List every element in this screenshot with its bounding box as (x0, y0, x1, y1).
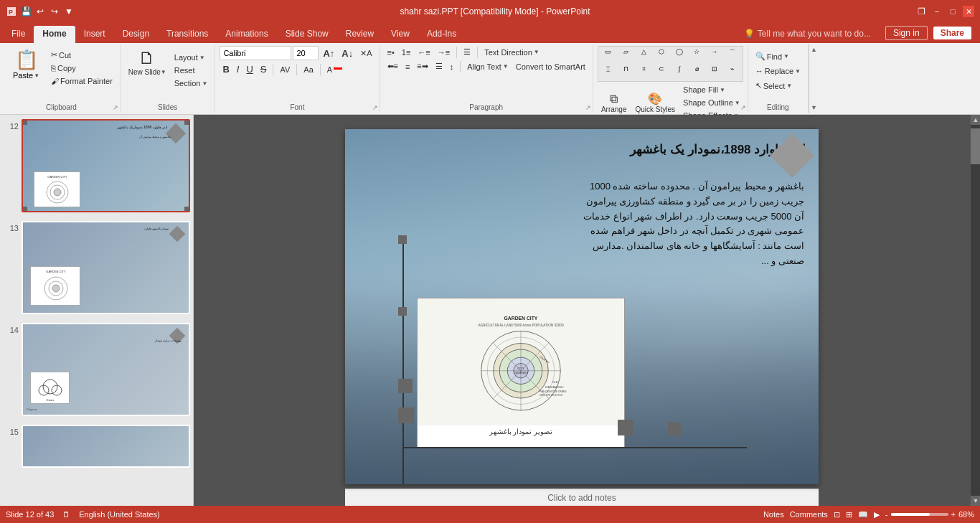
tab-home[interactable]: Home (34, 26, 75, 43)
garden-city-diagram[interactable]: GARDEN CITY AGRICULTURAL LAND 5000 Acres… (417, 298, 625, 448)
bullet-button[interactable]: ≡• (385, 47, 397, 58)
vscroll-up-button[interactable]: ▲ (971, 115, 980, 125)
slide-sorter-icon[interactable]: ⊞ (846, 510, 852, 519)
increase-indent-button[interactable]: →≡ (435, 47, 453, 58)
text-direction-button[interactable]: Text Direction ▼ (481, 47, 542, 58)
comments-button[interactable]: Comments (790, 510, 828, 519)
minimize-button[interactable]: − (931, 6, 943, 17)
customize-qat-icon[interactable]: ▼ (63, 6, 75, 17)
justify-button[interactable]: ☰ (433, 60, 446, 72)
decrease-indent-button[interactable]: ←≡ (415, 47, 433, 58)
font-case-button[interactable]: Aa (301, 64, 316, 75)
clipboard-expand-icon[interactable]: ↗ (113, 104, 118, 111)
arrange-button[interactable]: ⧉ Arrange (598, 90, 631, 116)
redo-icon[interactable]: ↪ (49, 6, 60, 17)
increase-font-button[interactable]: A↑ (320, 47, 337, 60)
align-text-arrow[interactable]: ▼ (503, 63, 509, 70)
zoom-in-button[interactable]: + (951, 510, 956, 519)
font-color-button[interactable]: A (324, 64, 345, 75)
sel-handle-2[interactable] (398, 307, 407, 316)
font-size-input[interactable] (293, 46, 319, 60)
slide-body-text[interactable]: باغشهر و محیط پیرامون آن . محدوده ساخته … (575, 179, 804, 269)
canvas-vscroll[interactable]: ▲ ▼ (970, 115, 980, 506)
format-painter-button[interactable]: 🖌 Format Painter (48, 75, 116, 87)
section-arrow[interactable]: ▼ (202, 80, 207, 87)
slide-thumb-14[interactable]: توضیحات درباره نمودار Diagram Gears (22, 323, 190, 416)
number-list-button[interactable]: 1≡ (399, 47, 414, 58)
align-text-button[interactable]: Align Text ▼ (464, 61, 511, 72)
share-button[interactable]: Share (933, 27, 971, 39)
slide-thumbnail-14[interactable]: 14 توضیحات درباره نمودار Diagram Gears (0, 319, 193, 420)
ribbon-scroll-up[interactable]: ▲ (811, 46, 817, 53)
reading-view-icon[interactable]: 📖 (858, 510, 868, 519)
new-slide-arrow[interactable]: ▼ (161, 69, 166, 75)
shape-outline-button[interactable]: Shape Outline ▼ (680, 97, 743, 108)
zoom-level-label[interactable]: 68% (958, 510, 974, 519)
tab-transitions[interactable]: Transitions (158, 26, 217, 43)
slide-thumbnail-15[interactable]: 15 (0, 420, 193, 472)
notes-button[interactable]: Notes (763, 510, 784, 519)
restore-icon[interactable]: ❐ (915, 6, 927, 17)
slideshow-icon[interactable]: ▶ (874, 510, 880, 519)
shapes-gallery[interactable]: ▭ ▱ △ ⬡ ◯ ☆ → ⌒ ⌶ ⊓ ⌗ ⊂ ∫ ⌀ ⊡ ⌁ (598, 46, 743, 82)
italic-button[interactable]: I (234, 62, 242, 76)
slide-thumbnail-13[interactable]: 13 نمودار باغشهر هاوارد GARDEN CITY (0, 217, 193, 319)
align-left-button[interactable]: ⬅≡ (385, 60, 401, 72)
decrease-font-button[interactable]: A↓ (339, 47, 356, 60)
sel-handle-5[interactable] (618, 420, 633, 435)
align-right-button[interactable]: ≡➡ (414, 60, 430, 72)
underline-button[interactable]: U (243, 62, 255, 76)
font-name-input[interactable] (220, 46, 291, 60)
clear-format-button[interactable]: ✕A (357, 47, 374, 60)
vscroll-down-button[interactable]: ▼ (971, 496, 980, 506)
tell-me-box[interactable]: 💡 Tell me what you want to do... (735, 29, 880, 43)
drawing-expand-icon[interactable]: ↗ (740, 104, 746, 111)
paragraph-expand-icon[interactable]: ↗ (585, 104, 591, 111)
reset-button[interactable]: Reset (171, 65, 211, 76)
sel-handle-3[interactable] (398, 379, 413, 393)
layout-arrow[interactable]: ▼ (199, 55, 205, 61)
copy-button[interactable]: ⎘ Copy (48, 62, 116, 74)
line-spacing-button[interactable]: ↕ (447, 61, 457, 72)
vscroll-thumb[interactable] (971, 128, 980, 164)
sel-handle-1[interactable] (398, 235, 407, 244)
slide-thumb-15[interactable] (22, 425, 190, 468)
tab-review[interactable]: Review (337, 26, 382, 43)
paste-button[interactable]: 📋 Paste ▼ (7, 46, 45, 83)
layout-button[interactable]: Layout ▼ (171, 52, 211, 63)
font-expand-icon[interactable]: ↗ (372, 104, 378, 111)
new-slide-button[interactable]: 🗋 New Slide ▼ (125, 46, 170, 78)
text-direction-arrow[interactable]: ▼ (534, 49, 540, 55)
zoom-slider[interactable] (891, 513, 948, 516)
convert-smartart-button[interactable]: Convert to SmartArt (513, 61, 588, 72)
undo-icon[interactable]: ↩ (34, 6, 46, 17)
sel-handle-6[interactable] (668, 423, 681, 435)
char-spacing-button[interactable]: AV (277, 64, 293, 75)
select-button[interactable]: ↖ Select ▼ (753, 80, 804, 92)
paste-dropdown-arrow[interactable]: ▼ (34, 72, 39, 79)
shape-fill-button[interactable]: Shape Fill ▼ (680, 84, 743, 95)
tab-animations[interactable]: Animations (217, 26, 276, 43)
bold-button[interactable]: B (220, 62, 232, 76)
find-button[interactable]: 🔍 Find ▼ (753, 50, 804, 62)
columns-button[interactable]: ☰ (461, 46, 473, 58)
tab-slideshow[interactable]: Slide Show (277, 26, 337, 43)
ribbon-scroll-down[interactable]: ▼ (811, 104, 817, 111)
slide-thumb-12[interactable]: ابنر هاوارد 1898،نمودار یک باغشهر باغشهر… (22, 119, 190, 212)
center-button[interactable]: ≡ (402, 61, 413, 72)
close-button[interactable]: ✕ (963, 6, 974, 17)
tab-design[interactable]: Design (114, 26, 158, 43)
replace-button[interactable]: ↔ Replace ▼ (753, 65, 804, 77)
sign-in-button[interactable]: Sign in (885, 26, 928, 40)
sel-handle-4[interactable] (398, 407, 414, 423)
slide-canvas[interactable]: ابنر هاوارد 1898،نمودار یک باغشهر باغشهر… (345, 129, 819, 484)
strikethrough-button[interactable]: S (258, 62, 270, 76)
normal-view-icon[interactable]: ⊡ (834, 510, 840, 519)
zoom-out-button[interactable]: - (885, 510, 888, 519)
maximize-button[interactable]: □ (947, 6, 958, 17)
slide-thumbnail-12[interactable]: 12 ابنر هاوارد 1898،نمودار یک باغشهر باغ… (0, 115, 193, 217)
slide-thumb-13[interactable]: نمودار باغشهر هاوارد GARDEN CITY (22, 221, 190, 314)
section-button[interactable]: Section ▼ (171, 77, 211, 89)
tab-insert[interactable]: Insert (75, 26, 114, 43)
tab-file[interactable]: File (3, 26, 34, 43)
